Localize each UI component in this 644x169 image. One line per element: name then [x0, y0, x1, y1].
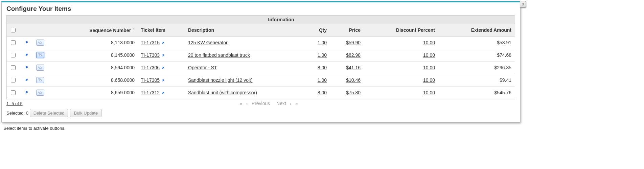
discount-value[interactable]: 10.00: [423, 90, 435, 95]
expand-row-button[interactable]: [36, 52, 44, 58]
header-sequence[interactable]: Sequence Number ↑: [47, 24, 139, 37]
share-icon[interactable]: [23, 66, 29, 71]
description-link[interactable]: 20 ton flatbed sandblast truck: [188, 52, 250, 58]
row-checkbox[interactable]: [11, 40, 16, 45]
table-row: 8,145.0000TI-1730320 ton flatbed sandbla…: [7, 49, 515, 62]
price-value[interactable]: $41.16: [346, 65, 361, 70]
header-qty[interactable]: Qty: [302, 24, 329, 37]
extended-value: $53.91: [437, 37, 515, 49]
next-page-icon: ›: [290, 101, 292, 106]
header-information: Information: [47, 16, 515, 24]
header-select-all[interactable]: [7, 24, 19, 37]
extended-value: $296.35: [437, 62, 515, 74]
extended-value: $545.76: [437, 87, 515, 99]
qty-value[interactable]: 1.00: [318, 40, 327, 45]
description-link[interactable]: Sandblast unit (with compressor): [188, 90, 257, 95]
header-blank-checkbox: [7, 16, 19, 24]
header-share-col: [19, 24, 33, 37]
open-ticket-icon[interactable]: [160, 65, 165, 70]
table-row: 8,658.0000TI-17305Sandblast nozzle light…: [7, 74, 515, 87]
ticket-link[interactable]: TI-17315: [141, 40, 160, 45]
table-row: 8,659.0000TI-17312Sandblast unit (with c…: [7, 87, 515, 99]
prev-page-icon: ‹: [246, 101, 248, 106]
price-value[interactable]: $59.90: [346, 40, 361, 45]
row-checkbox[interactable]: [11, 53, 16, 57]
header-sequence-label: Sequence Number: [89, 28, 131, 33]
svg-rect-7: [39, 80, 41, 81]
header-description[interactable]: Description: [186, 24, 302, 37]
expand-row-button[interactable]: [36, 90, 44, 96]
table-footer: 1- 5 of 5 « ‹ Previous Next › »: [2, 99, 520, 107]
ticket-link[interactable]: TI-17306: [141, 65, 160, 70]
sequence-value: 8,659.0000: [47, 87, 139, 99]
svg-rect-3: [39, 55, 41, 56]
discount-value[interactable]: 10.00: [423, 65, 435, 70]
share-icon[interactable]: [23, 91, 29, 96]
sequence-value: 8,594.0000: [47, 62, 139, 74]
sort-ascending-icon: ↑: [133, 27, 135, 31]
selected-count: 0: [26, 111, 28, 116]
sequence-value: 8,145.0000: [47, 49, 139, 62]
panel-collapse-handle[interactable]: S: [520, 1, 526, 8]
qty-value[interactable]: 8.00: [318, 65, 327, 70]
open-ticket-icon[interactable]: [160, 52, 165, 58]
bulk-update-button[interactable]: Bulk Update: [70, 109, 101, 117]
header-price[interactable]: Price: [329, 24, 363, 37]
qty-value[interactable]: 1.00: [318, 52, 327, 58]
selected-label: Selected: 0: [6, 111, 28, 116]
selection-action-row: Selected: 0 Delete Selected Bulk Update: [2, 107, 520, 119]
open-ticket-icon[interactable]: [160, 40, 165, 45]
configure-items-panel: S Configure Your Items Information: [1, 1, 520, 122]
items-table-wrap: Information Sequence Number ↑ Ticket Ite…: [6, 15, 515, 99]
qty-value[interactable]: 8.00: [318, 90, 327, 95]
share-icon[interactable]: [23, 78, 29, 83]
share-icon[interactable]: [23, 53, 29, 58]
select-all-checkbox[interactable]: [11, 28, 16, 32]
page-title: Configure Your Items: [2, 2, 520, 14]
price-value[interactable]: $82.98: [346, 52, 361, 58]
extended-value: $74.68: [437, 49, 515, 62]
header-ticket[interactable]: Ticket Item: [139, 24, 186, 37]
paginator: « ‹ Previous Next › »: [23, 101, 515, 106]
svg-rect-9: [39, 92, 41, 94]
ticket-link[interactable]: TI-17312: [141, 90, 160, 95]
header-expand-col: [33, 24, 47, 37]
header-blank-expand: [33, 16, 47, 24]
table-row: 8,594.0000TI-17306Operator - ST8.00$41.1…: [7, 62, 515, 74]
ticket-link[interactable]: TI-17303: [141, 52, 160, 58]
last-page-icon: »: [296, 101, 298, 106]
row-checkbox[interactable]: [11, 90, 16, 95]
discount-value[interactable]: 10.00: [423, 40, 435, 45]
selected-label-prefix: Selected:: [6, 111, 26, 116]
header-extended[interactable]: Extended Amount: [437, 24, 515, 37]
discount-value[interactable]: 10.00: [423, 77, 435, 83]
svg-rect-1: [39, 42, 41, 44]
help-text: Select items to activate buttons.: [0, 124, 644, 131]
table-row: 8,113.0000TI-17315125 KW Generator1.00$5…: [7, 37, 515, 49]
delete-selected-button[interactable]: Delete Selected: [30, 109, 68, 117]
description-link[interactable]: Operator - ST: [188, 65, 217, 70]
open-ticket-icon[interactable]: [160, 90, 165, 95]
open-ticket-icon[interactable]: [160, 77, 165, 83]
next-button: Next: [276, 101, 286, 106]
expand-row-button[interactable]: [36, 40, 44, 46]
expand-row-button[interactable]: [36, 65, 44, 71]
discount-value[interactable]: 10.00: [423, 52, 435, 58]
header-discount[interactable]: Discount Percent: [363, 24, 437, 37]
sequence-value: 8,113.0000: [47, 37, 139, 49]
qty-value[interactable]: 1.00: [318, 77, 327, 83]
price-value[interactable]: $10.46: [346, 77, 361, 83]
svg-rect-5: [39, 67, 41, 69]
description-link[interactable]: Sandblast nozzle light (12 volt): [188, 77, 253, 83]
header-blank-share: [19, 16, 33, 24]
description-link[interactable]: 125 KW Generator: [188, 40, 228, 45]
price-value[interactable]: $75.80: [346, 90, 361, 95]
share-icon[interactable]: [23, 41, 29, 46]
row-checkbox[interactable]: [11, 65, 16, 70]
expand-row-button[interactable]: [36, 77, 44, 83]
items-table: Information Sequence Number ↑ Ticket Ite…: [7, 16, 515, 99]
ticket-link[interactable]: TI-17305: [141, 77, 160, 83]
first-page-icon: «: [240, 101, 242, 106]
row-checkbox[interactable]: [11, 78, 16, 82]
pagination-range[interactable]: 1- 5 of 5: [6, 101, 23, 106]
